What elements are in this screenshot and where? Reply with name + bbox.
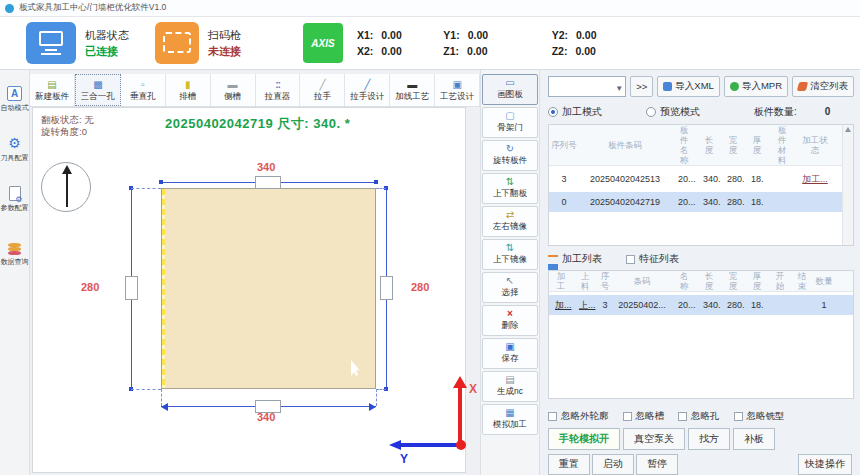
handle-design-button[interactable]: 拉手设计 (345, 74, 390, 106)
radio-icon (646, 107, 656, 117)
row-slot-button[interactable]: 排槽 (166, 74, 211, 106)
handle-button[interactable]: 拉手 (300, 74, 345, 106)
mirror-ud-button[interactable]: 上下镜像 (482, 239, 538, 270)
process-design-button[interactable]: 工艺设计 (435, 74, 480, 106)
dimension-left: 280 (81, 281, 99, 293)
table-row-selected[interactable]: 加... 上... 3 20250402... 20... 340. 280. … (549, 295, 853, 315)
new-panel-button[interactable]: 新建板件 (30, 74, 75, 106)
reset-button[interactable]: 重置 (548, 454, 590, 475)
ignore-hole-checkbox[interactable]: 忽略孔 (678, 410, 720, 423)
start-button[interactable]: 启动 (592, 454, 634, 475)
square-locate-button[interactable]: 找方 (688, 428, 730, 450)
extension-line (161, 389, 162, 406)
table-scrollbar[interactable] (842, 125, 853, 245)
dimension-top: 340 (257, 161, 275, 173)
draw-board-button[interactable]: 画图板 (482, 74, 538, 105)
center-column: 新建板件 三合一孔 垂直孔 排槽 侧槽 拉直器 拉手 拉手设计 加线工艺 工艺设… (30, 70, 480, 475)
rotate-panel-button[interactable]: 旋转板件 (482, 140, 538, 171)
clear-list-button[interactable]: 清空列表 (792, 76, 854, 97)
dim-endpoint (159, 180, 163, 184)
delete-button[interactable]: 删除 (482, 305, 538, 336)
generate-nc-button[interactable]: 生成nc (482, 371, 538, 402)
select-button[interactable]: 选择 (482, 272, 538, 303)
process-table-header: 加工 上料 序号 条码 名称 长度 宽度 厚度 开始 结束 数量 (549, 271, 853, 292)
gear-icon: ⚙ (8, 135, 21, 151)
three-in-one-hole-button[interactable]: 三合一孔 (75, 74, 121, 106)
axis-coordinates: X1:0.00 X2:0.00 Y1:0.00 Z1:0.00 Y2:0.00 … (357, 27, 638, 59)
preview-mode-radio[interactable]: 预览模式 (646, 105, 700, 119)
dimension-bottom: 340 (257, 411, 275, 423)
ignore-milling-checkbox[interactable]: 忽略铣型 (734, 410, 785, 423)
simulate-button[interactable]: 模拟加工 (482, 404, 538, 435)
vertical-hole-button[interactable]: 垂直孔 (121, 74, 166, 106)
mirror-lr-button[interactable]: 左右镜像 (482, 206, 538, 237)
dimension-label-box-left (125, 276, 138, 300)
checkbox-icon (548, 412, 557, 421)
coord-value: 0.00 (467, 43, 497, 59)
dim-arrow (161, 403, 168, 411)
auto-mode-icon: A (7, 86, 22, 101)
axis-x-arrow (458, 386, 462, 446)
axis-x-arrowhead (453, 376, 467, 388)
barcode-combobox[interactable]: ▼ (548, 76, 626, 97)
pause-button[interactable]: 暂停 (636, 454, 678, 475)
sidebar-item-param-config[interactable]: 参数配置 (0, 184, 29, 212)
eraser-icon (797, 82, 808, 91)
patch-panel-button[interactable]: 补板 (733, 428, 775, 450)
frame-door-icon (505, 111, 514, 121)
generate-nc-icon (505, 375, 514, 385)
coord-label: X2: (357, 45, 373, 57)
ignore-outline-checkbox[interactable]: 忽略外轮廓 (548, 410, 609, 423)
process-list-table: 加工 上料 序号 条码 名称 长度 宽度 厚度 开始 结束 数量 加... 上.… (548, 270, 854, 399)
list-icon (548, 255, 558, 264)
checkbox-icon (678, 412, 687, 421)
process-status-link[interactable]: 加工... (795, 169, 835, 189)
scroll-up-icon (845, 127, 851, 132)
vacuum-pump-button[interactable]: 真空泵关 (623, 428, 685, 450)
straightener-button[interactable]: 拉直器 (256, 74, 301, 106)
xml-icon (663, 82, 672, 91)
frame-door-button[interactable]: 骨架门 (482, 107, 538, 138)
coord-value: 0.00 (576, 27, 606, 43)
handwheel-sim-button[interactable]: 手轮模拟开 (548, 428, 620, 450)
import-mpr-button[interactable]: 导入MPR (724, 76, 788, 97)
dim-endpoint (374, 180, 378, 184)
sidebar-item-data-query[interactable]: 数据查询 (0, 234, 29, 266)
coord-label: Z2: (552, 45, 568, 57)
drawing-canvas[interactable]: 翻板状态: 无 旋转角度:0 20250402042719 尺寸: 340. *… (32, 107, 466, 473)
side-slot-button[interactable]: 侧槽 (211, 74, 256, 106)
coord-label: Y2: (552, 29, 568, 41)
machine-status-label: 机器状态 (85, 27, 129, 43)
extension-line (376, 389, 386, 390)
coord-value: 0.00 (381, 43, 411, 59)
select-cursor-icon (506, 276, 514, 286)
coord-value: 0.00 (381, 27, 411, 43)
coord-label: Y1: (443, 29, 459, 41)
extension-line (131, 389, 161, 390)
axis-y-arrow (401, 443, 459, 447)
sidebar-item-tool-config[interactable]: ⚙ 刀具配置 (0, 134, 29, 162)
import-xml-button[interactable]: 导入XML (657, 76, 720, 97)
handle-design-icon (364, 79, 370, 90)
chevron-down-icon: ▼ (615, 84, 623, 93)
process-design-icon (452, 79, 461, 90)
quick-op-button[interactable]: 快捷操作 (798, 454, 852, 475)
table-row[interactable]: 3 20250402042513 20... 340. 280. 18. 加工.… (549, 169, 853, 189)
side-slot-icon (228, 79, 238, 90)
flip-panel-button[interactable]: 上下翻板 (482, 173, 538, 204)
add-line-process-button[interactable]: 加线工艺 (390, 74, 435, 106)
tab-process-list[interactable]: 加工列表 (548, 252, 602, 266)
ignore-slot-checkbox[interactable]: 忽略槽 (623, 410, 665, 423)
extension-line (376, 389, 377, 406)
sidebar-item-auto-mode[interactable]: A 自动模式 (0, 84, 29, 112)
process-mode-radio[interactable]: 加工模式 (548, 105, 602, 119)
table-row-selected[interactable]: 0 20250402042719 20... 340. 280. 18. (549, 192, 853, 212)
app-icon (5, 4, 14, 13)
expand-button[interactable]: >> (630, 76, 653, 97)
save-button[interactable]: 保存 (482, 338, 538, 369)
workpiece-panel[interactable] (161, 188, 376, 389)
tab-feature-list[interactable]: 特征列表 (626, 252, 679, 266)
coord-label: Z1: (443, 45, 459, 57)
orientation-compass (41, 162, 91, 212)
axis-y-label: Y (400, 452, 408, 466)
